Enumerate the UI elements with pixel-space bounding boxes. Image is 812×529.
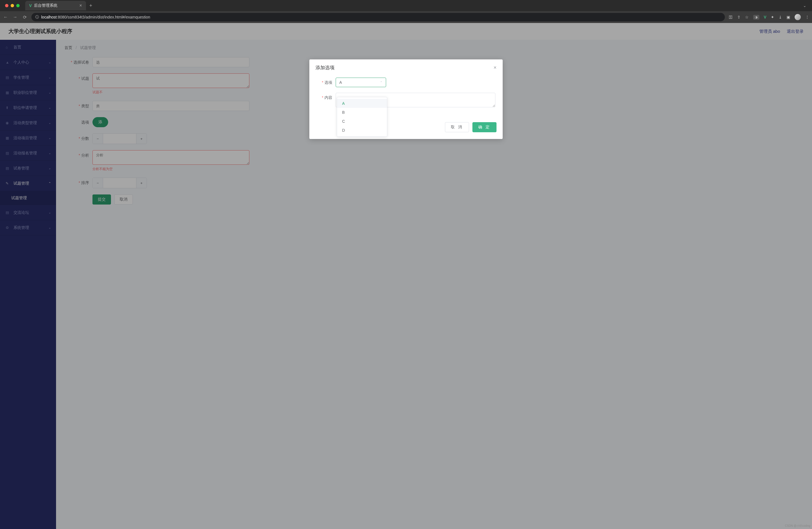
downloads-icon[interactable]: ⤓ xyxy=(779,15,782,19)
extensions-icon[interactable]: ✦ xyxy=(771,15,774,19)
share-icon[interactable]: ⇧ xyxy=(737,15,741,19)
label-content: 内容 xyxy=(316,93,336,102)
dropdown-item-a[interactable]: A xyxy=(337,99,387,108)
option-dropdown: A B C D xyxy=(337,97,387,137)
tab-title: 后台管理系统 xyxy=(34,3,57,8)
modal-cancel-button[interactable]: 取 消 xyxy=(445,122,469,132)
maximize-window-icon[interactable] xyxy=(16,4,19,7)
modal-title: 添加选项 xyxy=(316,64,335,71)
add-option-modal: 添加选项 × 选项 A ⌃ 内容 xyxy=(309,59,503,139)
option-select[interactable]: A ⌃ xyxy=(336,78,386,87)
modal-overlay[interactable]: 添加选项 × 选项 A ⌃ 内容 xyxy=(0,23,812,529)
panel-icon[interactable]: ▣ xyxy=(786,15,790,19)
menu-icon[interactable]: ⋮ xyxy=(805,15,809,19)
bookmark-icon[interactable]: ☆ xyxy=(745,15,749,19)
modal-close-button[interactable]: × xyxy=(493,65,496,71)
vue-devtools-icon[interactable]: V xyxy=(764,15,766,19)
option-select-value: A xyxy=(339,80,342,85)
dropdown-item-d[interactable]: D xyxy=(337,126,387,135)
dropdown-item-b[interactable]: B xyxy=(337,108,387,117)
address-bar[interactable]: ⓘ localhost:8080/ssm834t3/admin/dist/ind… xyxy=(31,13,725,21)
modal-ok-button[interactable]: 确 定 xyxy=(473,122,496,132)
forward-icon[interactable]: → xyxy=(12,15,18,20)
extension-icon[interactable]: ◑ xyxy=(753,15,759,20)
profile-avatar[interactable] xyxy=(795,14,801,20)
app-root: 大学生心理测试系统小程序 管理员 abo 退出登录 ⌂首页 ▲个人中心⌄ ▤学生… xyxy=(0,23,812,529)
watermark: CSDN @小轩coding xyxy=(785,524,810,528)
dropdown-item-c[interactable]: C xyxy=(337,117,387,126)
close-window-icon[interactable] xyxy=(5,4,9,7)
close-tab-icon[interactable]: × xyxy=(79,3,82,8)
back-icon[interactable]: ← xyxy=(3,15,9,20)
key-icon[interactable]: ⚿ xyxy=(729,15,733,19)
label-option: 选项 xyxy=(316,78,336,87)
vue-icon: V xyxy=(29,3,32,8)
minimize-window-icon[interactable] xyxy=(11,4,14,7)
window-controls xyxy=(3,4,19,7)
tab-overflow-icon[interactable]: ⌄ xyxy=(803,3,807,8)
browser-chrome: V 后台管理系统 × + ⌄ ← → ⟳ ⓘ localhost:8080/ss… xyxy=(0,0,812,23)
new-tab-button[interactable]: + xyxy=(89,3,92,9)
url-text: localhost:8080/ssm834t3/admin/dist/index… xyxy=(41,15,150,19)
reload-icon[interactable]: ⟳ xyxy=(22,15,27,20)
chevron-up-icon: ⌃ xyxy=(380,81,382,84)
site-info-icon[interactable]: ⓘ xyxy=(35,15,39,20)
browser-tab[interactable]: V 后台管理系统 × xyxy=(25,1,86,10)
